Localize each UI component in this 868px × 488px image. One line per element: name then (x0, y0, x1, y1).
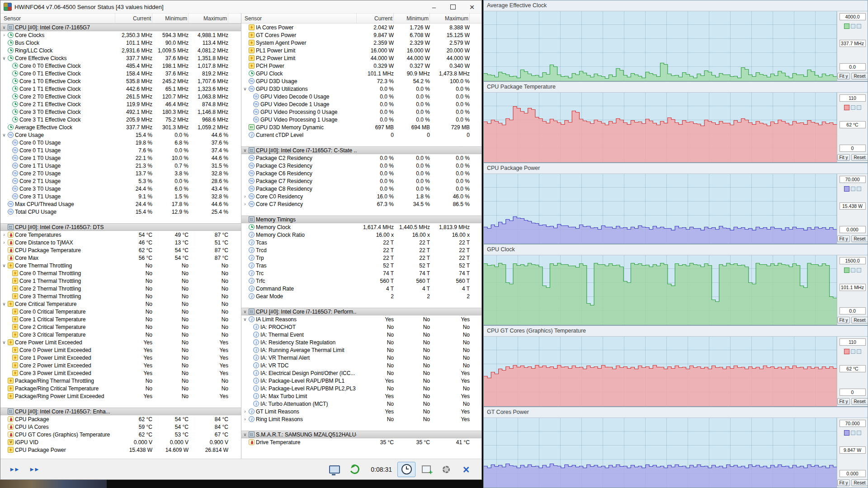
column-header[interactable]: Sensor (241, 14, 357, 23)
sensor-section-row[interactable]: ∨S.M.A.R.T.: SAMSUNG MZALQ512HALU-0... (241, 431, 481, 438)
sensor-row[interactable]: Core 0 Thermal ThrottlingNoNoNo (0, 269, 241, 277)
column-header[interactable]: Minimum (394, 14, 430, 23)
sensor-row[interactable]: GPU D3D Memory Dynamic697 MB694 MB729 MB (241, 123, 481, 131)
sensor-row[interactable]: Core 3 T0 Usage24.4 %6.0 %43.4 % (0, 185, 241, 192)
sensor-row[interactable]: GPU D3D Usage72.3 %54.2 %100.0 % (241, 77, 481, 85)
sensor-row[interactable]: Package C2 Residency0.0 %0.0 %0.0 % (241, 154, 481, 162)
graph-bottom-scale[interactable]: 0.0 (840, 63, 866, 70)
exit-button[interactable]: × (457, 462, 475, 477)
sensor-row[interactable]: ›GT Limit ReasonsYesNoYes (241, 408, 481, 415)
column-header[interactable]: Minimum (152, 14, 189, 23)
sensor-row[interactable]: ›Core Temperatures54 °C49 °C87 °C (0, 231, 241, 239)
sensor-row[interactable]: ∨GPU D3D Utilizations0.0 %0.0 %0.0 % (241, 85, 481, 93)
reset-button[interactable]: Reset (851, 235, 868, 242)
sensor-row[interactable]: GPU Video Processing 1 Usage0.0 %0.0 %0.… (241, 116, 481, 123)
sensor-row[interactable]: Core 1 T0 Effective Clock535.8 MHz245.2 … (0, 77, 241, 85)
sensor-row[interactable]: IA: Residency State RegulationNoNoNo (241, 338, 481, 346)
sensor-row[interactable]: Core 3 T0 Effective Clock492.1 MHz180.3 … (0, 108, 241, 116)
sensor-row[interactable]: Current cTDP Level000 (241, 131, 481, 139)
titlebar[interactable]: HWiNFO64 v7.06-4500 Sensor Status [43 va… (0, 0, 481, 14)
fit-y-button[interactable]: Fit y (837, 398, 850, 405)
sensor-row[interactable]: CPU Package Power15.438 W14.609 W26.814 … (0, 446, 241, 454)
graph-top-scale[interactable]: 70.000 (840, 420, 866, 427)
graph-option-button[interactable] (857, 24, 861, 28)
graph-legend-swatch[interactable] (844, 430, 849, 436)
sensor-row[interactable]: Trcd22 T22 T22 T (241, 246, 481, 254)
sensor-row[interactable]: Core 3 T1 Effective Clock205.9 MHz75.2 M… (0, 116, 241, 123)
expand-chevron-icon[interactable]: › (2, 33, 6, 38)
sensor-row[interactable]: Core 2 Critical TemperatureNoNoNo (0, 323, 241, 331)
expand-chevron-icon[interactable]: › (243, 409, 247, 414)
sensor-row[interactable]: GT Cores Power9.847 W6.708 W15.125 W (241, 31, 481, 39)
sensor-section-row[interactable]: CPU [#0]: Intel Core i7-1165G7: DTS (0, 223, 241, 231)
sensor-row[interactable]: Core 2 T1 Usage5.3 %0.0 %28.6 % (0, 177, 241, 185)
graph-legend-swatch[interactable] (844, 349, 849, 354)
sensor-row[interactable]: Core 0 T0 Usage19.8 %6.8 %37.6 % (0, 139, 241, 146)
graph-bottom-scale[interactable]: 0.0 (840, 307, 866, 314)
graph-bottom-scale[interactable]: 0 (840, 389, 866, 396)
sensor-row[interactable]: Trp22 T22 T22 T (241, 254, 481, 262)
sensor-row[interactable]: Trc74 T74 T74 T (241, 269, 481, 277)
sensor-row[interactable]: CPU Package62 °C54 °C84 °C (0, 415, 241, 423)
sensor-section-row[interactable]: Memory Timings (241, 216, 481, 223)
sensor-row[interactable]: ∨Core Effective Clocks337.7 MHz37.6 MHz1… (0, 54, 241, 62)
sensor-row[interactable]: Total CPU Usage15.4 %12.9 %25.4 % (0, 208, 241, 216)
sensor-section-row[interactable]: ∨CPU [#0]: Intel Core i7-1165G7: C-State… (241, 146, 481, 154)
sensor-row[interactable]: Package C3 Residency0.0 %0.0 %0.0 % (241, 162, 481, 169)
expand-chevron-icon[interactable]: ∨ (243, 148, 247, 153)
sensor-row[interactable]: Core 1 Power Limit ExceededYesNoYes (0, 354, 241, 361)
sensor-row[interactable]: Tras52 T52 T52 T (241, 262, 481, 269)
graph-option-button[interactable] (857, 268, 861, 272)
expand-chevron-icon[interactable]: › (243, 417, 247, 422)
sensor-row[interactable]: Core 2 T1 Effective Clock119.9 MHz46.4 M… (0, 100, 241, 108)
sensor-row[interactable]: Core 2 T0 Usage13.7 %3.8 %32.8 % (0, 169, 241, 177)
sensor-row[interactable]: IA Cores Power2.042 W1.726 W8.388 W (241, 23, 481, 31)
sensor-row[interactable]: IA: Running Average Thermal LimitNoNoNo (241, 346, 481, 354)
sensor-row[interactable]: Drive Temperature35 °C35 °C41 °C (241, 438, 481, 446)
sensor-row[interactable]: ∨Core Usage15.4 %0.0 %44.6 % (0, 131, 241, 139)
reset-button[interactable]: Reset (851, 73, 868, 80)
sensor-row[interactable]: Core 1 T0 Usage22.1 %10.0 %44.6 % (0, 154, 241, 162)
graph-legend-swatch[interactable] (844, 267, 849, 273)
reset-button[interactable]: Reset (851, 398, 868, 405)
sensor-row[interactable]: Core 1 Critical TemperatureNoNoNo (0, 315, 241, 323)
skip-back-button[interactable]: ►► (5, 462, 23, 477)
sensor-row[interactable]: IA: Electrical Design Point/Other (ICC..… (241, 369, 481, 377)
graph-legend-swatch[interactable] (844, 23, 849, 29)
sensor-row[interactable]: Ring/LLC Clock2,931.6 MHz1,009.5 MHz4,08… (0, 47, 241, 54)
fit-y-button[interactable]: Fit y (837, 317, 850, 324)
sensor-row[interactable]: IA: Thermal EventNoNoNo (241, 331, 481, 338)
reset-values-button[interactable] (345, 462, 363, 477)
expand-chevron-icon[interactable]: ∨ (243, 310, 247, 314)
graph-legend-swatch[interactable] (844, 186, 849, 192)
expand-chevron-icon[interactable]: › (243, 202, 247, 206)
sensor-row[interactable]: Core 1 T1 Effective Clock442.6 MHz65.1 M… (0, 85, 241, 93)
graph-option-button[interactable] (851, 431, 855, 435)
reset-button[interactable]: Reset (851, 479, 868, 486)
sensor-row[interactable]: Core 3 T1 Usage9.1 %1.5 %32.8 % (0, 192, 241, 200)
sensor-row[interactable]: Package/Ring Thermal ThrottlingNoNoNo (0, 377, 241, 385)
graph-title[interactable]: CPU Package Temperature (484, 82, 868, 93)
sensor-row[interactable]: ›Core C7 Residency67.3 %34.5 %86.5 % (241, 200, 481, 208)
sensor-row[interactable]: PL1 Power Limit16.000 W16.000 W20.000 W (241, 47, 481, 54)
fit-y-button[interactable]: Fit y (837, 154, 850, 161)
graph-option-button[interactable] (851, 268, 855, 272)
sensor-row[interactable]: PL2 Power Limit44.000 W44.000 W44.000 W (241, 54, 481, 62)
expand-chevron-icon[interactable]: ∨ (2, 340, 6, 345)
minimize-button[interactable]: – (425, 0, 443, 13)
column-header[interactable]: Sensor (0, 14, 115, 23)
sensor-row[interactable]: Core Max56 °C54 °C87 °C (0, 254, 241, 262)
remote-monitor-button[interactable] (326, 462, 344, 477)
expand-chevron-icon[interactable]: ∨ (2, 25, 6, 30)
sensor-row[interactable]: Core 0 T1 Usage7.6 %0.0 %37.4 % (0, 146, 241, 154)
sensor-row[interactable]: Core 3 Thermal ThrottlingNoNoNo (0, 292, 241, 300)
graph-top-scale[interactable]: 4000.0 (840, 13, 866, 20)
sensor-row[interactable]: Trfc560 T560 T560 T (241, 277, 481, 285)
sensor-row[interactable]: CPU Package Temperature62 °C54 °C87 °C (0, 246, 241, 254)
sensor-row[interactable]: IA: Max Turbo LimitYesNoYes (241, 392, 481, 400)
sensor-row[interactable]: Bus Clock101.1 MHz90.0 MHz113.4 MHz (0, 39, 241, 47)
column-header[interactable]: Maximum (189, 14, 228, 23)
graph-option-button[interactable] (857, 431, 861, 435)
sensor-row[interactable]: ›Core Clocks2,350.3 MHz594.3 MHz4,988.1 … (0, 31, 241, 39)
graph-option-button[interactable] (851, 187, 855, 191)
